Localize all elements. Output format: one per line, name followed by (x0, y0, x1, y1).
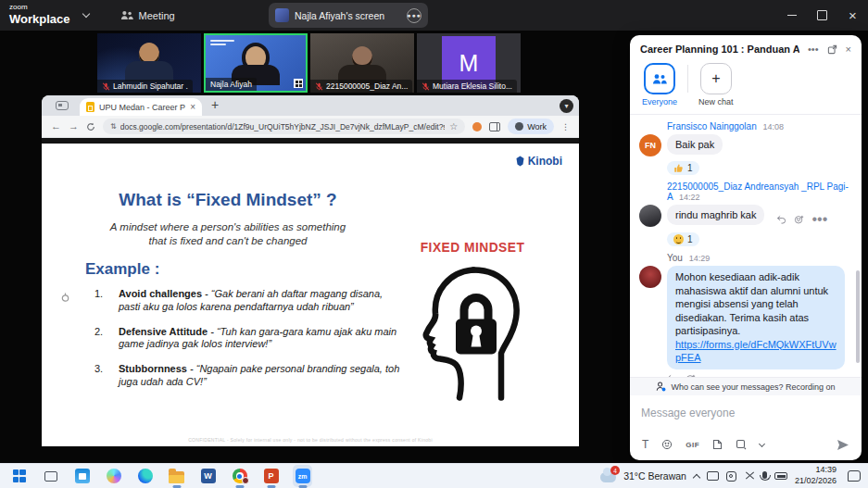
system-tray: 4 31°C Berawan 14:39 21/02/2026 (600, 465, 868, 486)
tab-everyone[interactable]: Everyone (642, 63, 677, 106)
weather-icon[interactable]: 4 (600, 472, 616, 482)
forward-icon[interactable]: → (69, 121, 79, 131)
slide-example-heading: Example : (85, 260, 159, 279)
participant-name: 2215000005_Diaz An... (326, 81, 408, 91)
video-tile-lahmudin[interactable]: Lahmudin Sipahutar . (97, 33, 201, 93)
browser-tab-active[interactable]: UPU Medan - Career Planning × (80, 98, 202, 116)
send-icon[interactable] (837, 439, 849, 451)
emoji-icon[interactable] (661, 439, 673, 450)
more-tools-chevron-icon[interactable] (759, 440, 765, 446)
tab-search-icon[interactable] (56, 101, 69, 110)
message-time: 14:08 (763, 122, 785, 131)
hidden-icons-chevron[interactable] (693, 473, 700, 481)
profile-chip[interactable]: Work (508, 119, 554, 134)
reply-icon[interactable] (776, 215, 786, 224)
chat-scrollbar[interactable] (856, 270, 860, 363)
recorder-tray-icon[interactable] (726, 471, 736, 482)
chat-more-icon[interactable]: ••• (808, 44, 819, 55)
format-text-icon[interactable]: T (642, 438, 648, 451)
side-panel-icon[interactable] (489, 122, 500, 131)
forms-link[interactable]: https://forms.gle/dFcMQkWXFtUVwpFEA (675, 339, 837, 364)
zoom-workplace-logo: zoom Workplace (9, 4, 70, 27)
workplace-dropdown-chevron-icon[interactable] (82, 10, 89, 18)
edge-button[interactable] (135, 467, 155, 486)
windows-logo-icon (13, 469, 26, 482)
reaction-chip[interactable]: 1 (667, 161, 699, 175)
new-chat-button[interactable]: + New chat (698, 63, 734, 106)
reload-icon[interactable] (86, 122, 95, 131)
taskbar-clock[interactable]: 14:39 21/02/2026 (795, 465, 837, 486)
reply-icon[interactable] (667, 374, 677, 377)
more-actions-icon[interactable]: ••• (704, 374, 720, 377)
add-reaction-icon[interactable] (794, 215, 804, 225)
muted-mic-icon (102, 82, 110, 91)
video-tile-mutiara[interactable]: M Mutiara Eklesia Silito... (417, 33, 521, 93)
video-tile-najla-active-speaker[interactable]: Najla Afiyah (204, 33, 308, 93)
add-reaction-icon[interactable] (686, 374, 696, 377)
browser-tab-title: UPU Medan - Career Planning (99, 103, 185, 112)
battery-tray-icon[interactable] (774, 472, 787, 480)
microphone-tray-icon[interactable] (762, 471, 767, 479)
message-bubble: Mohon kesediaan adik-adik mahasiswa akti… (667, 266, 845, 369)
new-chat-label: New chat (698, 97, 734, 106)
tab-meeting[interactable]: Meeting (120, 0, 175, 31)
chat-message-list[interactable]: Fransisco Nainggolan 14:08 FN Baik pak 1… (630, 115, 862, 377)
message-author-row: 2215000005_Diaz Andreansyah _RPL Pagi-A … (667, 181, 852, 202)
browser-tab-strip: UPU Medan - Career Planning × + ▾ (42, 95, 579, 116)
browser-menu-icon[interactable]: ⋮ (561, 122, 570, 131)
task-view-button[interactable] (41, 467, 60, 486)
word-button[interactable]: W (198, 467, 218, 486)
display-tray-icon[interactable] (707, 471, 719, 481)
maximize-button[interactable] (807, 0, 837, 31)
close-button[interactable] (837, 0, 868, 31)
reaction-chip[interactable]: 1 (667, 232, 699, 246)
screen-tab-more-icon[interactable]: ●●● (407, 8, 421, 23)
notification-center-icon[interactable] (848, 470, 861, 482)
message-input[interactable] (641, 407, 850, 419)
list-item-number: 2. (94, 326, 107, 352)
back-icon[interactable]: ← (51, 121, 61, 131)
extension-icon[interactable] (472, 122, 482, 131)
tab-shared-screen[interactable]: Najla Afiyah's screen ●●● (269, 3, 428, 28)
slide-subtitle-line1: A mindset where a person's abilities as … (83, 220, 372, 234)
collapse-chevron-icon[interactable]: ▾ (560, 99, 573, 113)
tray-time: 14:39 (815, 465, 837, 474)
chrome-button[interactable] (230, 467, 249, 486)
microsoft-store-button[interactable] (72, 467, 92, 486)
sharer-avatar (275, 8, 289, 22)
task-view-icon (44, 471, 57, 482)
pen-tray-icon[interactable] (744, 470, 755, 482)
qr-code-badge (294, 79, 303, 88)
slide-title: What is “Fixed Mindset” ? (83, 190, 372, 210)
list-item-number: 1. (94, 288, 107, 314)
slide-subtitle-line2: that is fixed and can't be changed (83, 234, 372, 248)
recording-notice[interactable]: Who can see your messages? Recording on (630, 377, 862, 395)
start-button[interactable] (9, 467, 29, 486)
slide-confidential-footer: CONFIDENTIAL - Solely for internal use o… (42, 437, 579, 443)
new-tab-button[interactable]: + (211, 97, 219, 112)
powerpoint-button[interactable]: P (261, 467, 281, 486)
file-attach-icon[interactable] (712, 439, 723, 450)
zoom-titlebar: zoom Workplace Meeting Najla Afiyah's sc… (0, 0, 868, 31)
bookmark-star-icon[interactable]: ☆ (449, 121, 458, 131)
more-actions-icon[interactable]: ••• (811, 211, 827, 228)
zoom-app-button[interactable]: zm (293, 467, 312, 486)
list-item-lead: Defensive Attitude (119, 326, 208, 337)
everyone-icon-box (644, 63, 675, 94)
list-item: 3. Stubbornness - “Ngapain pake personal… (94, 363, 400, 389)
video-tile-diaz[interactable]: 2215000005_Diaz An... (310, 33, 414, 93)
gif-icon[interactable]: GIF (686, 441, 699, 449)
screenshot-icon[interactable] (736, 439, 747, 450)
message-composer (630, 395, 862, 438)
kinobi-logo-icon (515, 156, 525, 167)
minimize-button[interactable] (776, 0, 807, 31)
file-explorer-button[interactable] (167, 467, 186, 486)
copilot-button[interactable] (104, 467, 123, 486)
weather-text[interactable]: 31°C Berawan (623, 470, 686, 482)
chat-close-icon[interactable]: × (846, 44, 851, 55)
pop-out-icon[interactable] (827, 44, 837, 55)
address-bar[interactable]: ⇅ docs.google.com/presentation/d/1Zf9u_U… (103, 119, 465, 134)
participant-name-badge: 2215000005_Diaz An... (310, 80, 412, 93)
site-settings-icon[interactable]: ⇅ (110, 122, 116, 131)
tab-close-icon[interactable]: × (190, 102, 195, 112)
